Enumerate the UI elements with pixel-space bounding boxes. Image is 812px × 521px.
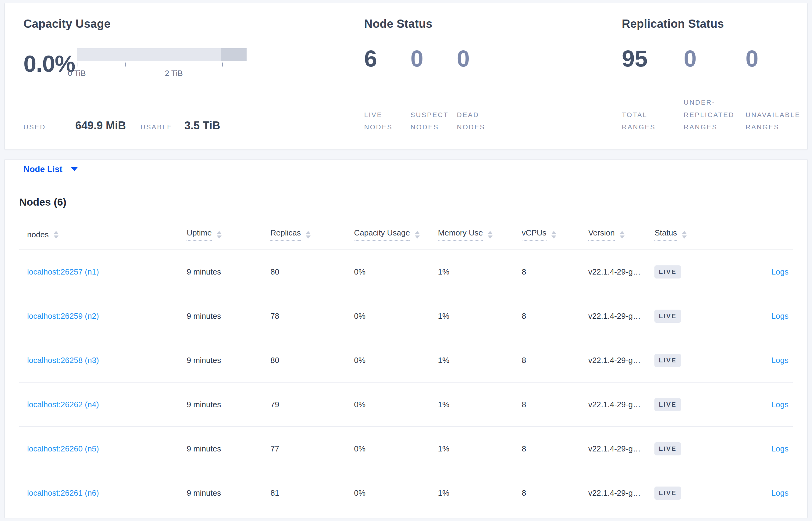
capacity-usage-cell: 0%	[354, 471, 438, 515]
node-link[interactable]: localhost:26259 (n2)	[27, 312, 99, 321]
sort-icon[interactable]	[217, 231, 222, 239]
status-badge: LIVE	[654, 486, 681, 500]
version-cell: v22.1.4-29-g…	[588, 471, 655, 515]
nodes-table-section: Nodes (6) nodes Uptime Replicas Capacity…	[5, 179, 807, 515]
replication-status-section: Replication Status 95 TOTAL RANGES 0 UND…	[622, 17, 807, 134]
sort-icon[interactable]	[551, 231, 556, 239]
under-replicated-ranges-value: 0	[684, 45, 745, 72]
status-badge: LIVE	[654, 310, 681, 323]
logs-link[interactable]: Logs	[771, 356, 789, 365]
vcpus-cell: 8	[522, 294, 588, 338]
column-header-status[interactable]: Status	[654, 228, 687, 241]
column-header-nodes[interactable]: nodes	[27, 230, 58, 240]
vcpus-cell: 8	[522, 338, 588, 383]
memory-use-cell: 1%	[438, 471, 522, 515]
axis-tick-label: 2 TiB	[165, 69, 183, 78]
node-list-dropdown[interactable]: Node List	[23, 164, 63, 174]
capacity-usage-cell: 0%	[354, 250, 438, 294]
vcpus-cell: 8	[522, 383, 588, 427]
capacity-bar-overflow-segment	[221, 48, 246, 61]
unavailable-ranges-label: UNAVAILABLE RANGES	[745, 109, 802, 134]
capacity-gauge: 0.0% 0 TiB 2 TiB	[23, 48, 364, 79]
node-link[interactable]: localhost:26262 (n4)	[27, 400, 99, 409]
nodes-table-title: Nodes (6)	[19, 196, 793, 208]
sort-icon[interactable]	[306, 231, 311, 239]
nodes-table: nodes Uptime Replicas Capacity Usage Mem…	[19, 222, 793, 515]
node-status-metrics: 6 LIVE NODES 0 SUSPECT NODES 0 DEAD NODE…	[364, 45, 622, 134]
column-header-replicas[interactable]: Replicas	[270, 228, 311, 241]
replication-metrics: 95 TOTAL RANGES 0 UNDER-REPLICATED RANGE…	[622, 45, 807, 134]
status-badge: LIVE	[654, 398, 681, 411]
uptime-cell: 9 minutes	[187, 471, 270, 515]
sort-icon[interactable]	[415, 231, 420, 239]
column-header-capacity-usage[interactable]: Capacity Usage	[354, 228, 420, 241]
sort-icon[interactable]	[620, 231, 624, 239]
column-header-memory-use[interactable]: Memory Use	[438, 228, 493, 241]
status-badge: LIVE	[654, 354, 681, 367]
sort-icon[interactable]	[54, 231, 58, 239]
capacity-stats-row: USED 649.9 MiB USABLE 3.5 TiB	[23, 119, 364, 134]
vcpus-cell: 8	[522, 250, 588, 294]
table-row: localhost:26261 (n6) 9 minutes 81 0% 1% …	[19, 471, 793, 515]
uptime-cell: 9 minutes	[187, 338, 270, 383]
chevron-down-icon	[71, 167, 78, 171]
sort-icon[interactable]	[682, 231, 687, 239]
logs-link[interactable]: Logs	[771, 400, 789, 409]
node-link[interactable]: localhost:26258 (n3)	[27, 356, 99, 365]
memory-use-cell: 1%	[438, 294, 522, 338]
total-ranges-value: 95	[622, 45, 684, 72]
logs-link[interactable]: Logs	[771, 312, 789, 321]
table-row: localhost:26257 (n1) 9 minutes 80 0% 1% …	[19, 250, 793, 294]
used-label: USED	[23, 121, 75, 134]
capacity-axis-ticks	[77, 63, 246, 67]
uptime-cell: 9 minutes	[187, 383, 270, 427]
version-cell: v22.1.4-29-g…	[588, 250, 655, 294]
dead-nodes-value: 0	[457, 45, 503, 72]
column-header-version[interactable]: Version	[588, 228, 624, 241]
node-link[interactable]: localhost:26257 (n1)	[27, 267, 99, 276]
table-header-row: nodes Uptime Replicas Capacity Usage Mem…	[19, 222, 793, 250]
usable-label: USABLE	[141, 121, 184, 134]
memory-use-cell: 1%	[438, 338, 522, 383]
logs-link[interactable]: Logs	[771, 267, 789, 276]
axis-tick-label: 0 TiB	[68, 69, 86, 78]
live-nodes-value: 6	[364, 45, 411, 72]
replicas-cell: 80	[270, 250, 354, 294]
under-replicated-ranges-label: UNDER-REPLICATED RANGES	[684, 96, 740, 134]
node-link[interactable]: localhost:26260 (n5)	[27, 444, 99, 453]
capacity-usage-cell: 0%	[354, 294, 438, 338]
logs-link[interactable]: Logs	[771, 489, 789, 498]
version-cell: v22.1.4-29-g…	[588, 383, 655, 427]
version-cell: v22.1.4-29-g…	[588, 294, 655, 338]
table-row: localhost:26259 (n2) 9 minutes 78 0% 1% …	[19, 294, 793, 338]
live-nodes-metric: 6 LIVE NODES	[364, 45, 411, 134]
capacity-axis-labels: 0 TiB 2 TiB	[77, 69, 246, 79]
replicas-cell: 81	[270, 471, 354, 515]
usable-value: 3.5 TiB	[184, 119, 220, 132]
capacity-usage-cell: 0%	[354, 338, 438, 383]
table-row: localhost:26262 (n4) 9 minutes 79 0% 1% …	[19, 383, 793, 427]
column-header-vcpus[interactable]: vCPUs	[522, 228, 556, 241]
total-ranges-label: TOTAL RANGES	[622, 109, 678, 134]
node-link[interactable]: localhost:26261 (n6)	[27, 489, 99, 498]
status-badge: LIVE	[654, 442, 681, 455]
logs-link[interactable]: Logs	[771, 444, 789, 453]
capacity-bar-chart: 0 TiB 2 TiB	[77, 48, 246, 79]
live-nodes-label: LIVE NODES	[364, 109, 404, 134]
table-row: localhost:26258 (n3) 9 minutes 80 0% 1% …	[19, 338, 793, 383]
capacity-bar-track	[77, 48, 246, 61]
dead-nodes-label: DEAD NODES	[457, 109, 497, 134]
node-status-title: Node Status	[364, 17, 622, 30]
replicas-cell: 80	[270, 338, 354, 383]
under-replicated-ranges-metric: 0 UNDER-REPLICATED RANGES	[684, 45, 745, 134]
sort-icon[interactable]	[488, 231, 493, 239]
vcpus-cell: 8	[522, 427, 588, 471]
suspect-nodes-metric: 0 SUSPECT NODES	[411, 45, 457, 134]
memory-use-cell: 1%	[438, 250, 522, 294]
replicas-cell: 78	[270, 294, 354, 338]
used-value: 649.9 MiB	[75, 119, 141, 132]
memory-use-cell: 1%	[438, 427, 522, 471]
column-header-uptime[interactable]: Uptime	[187, 228, 221, 241]
replicas-cell: 77	[270, 427, 354, 471]
node-status-section: Node Status 6 LIVE NODES 0 SUSPECT NODES…	[364, 17, 622, 134]
